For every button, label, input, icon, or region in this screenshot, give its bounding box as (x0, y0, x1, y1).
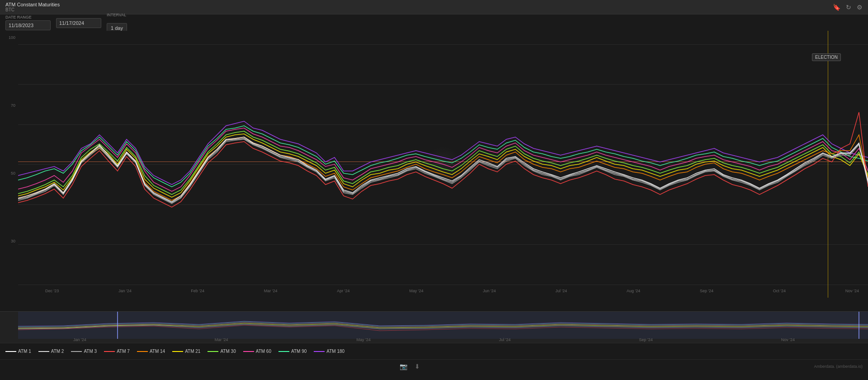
legend-line-atm30 (208, 351, 218, 352)
minimap-may24: May '24 (356, 337, 370, 342)
app-title: ATM Constant Maturities (5, 2, 60, 7)
legend-line-atm1 (5, 351, 16, 352)
start-date-input[interactable] (5, 20, 51, 30)
x-label-sep24: Sep '24 (700, 289, 713, 293)
legend-line-atm7 (104, 351, 115, 352)
x-label-mar24: Mar '24 (264, 289, 278, 293)
minimap-x-labels: Jan '24 Mar '24 May '24 Jul '24 Sep '24 … (0, 337, 868, 342)
app-subtitle: BTC (5, 7, 60, 12)
title-bar-left: ATM Constant Maturities BTC (5, 2, 60, 12)
x-label-jul24: Jul '24 (556, 289, 567, 293)
minimap-svg (18, 312, 868, 339)
atm-21-line (18, 134, 868, 197)
bookmark-icon[interactable]: 🔖 (833, 4, 840, 11)
legend-atm180[interactable]: ATM 180 (314, 349, 344, 354)
legend-label-atm21: ATM 21 (185, 349, 200, 354)
footer-icons: 📷 ⬇ (400, 363, 420, 370)
atm-3-line (18, 139, 868, 204)
x-label-nov24: Nov '24 (845, 289, 859, 293)
y-label-30: 30 (0, 239, 18, 243)
legend-atm60[interactable]: ATM 60 (243, 349, 271, 354)
footer: 📷 ⬇ Amberdata. (amberdata.io) (0, 359, 868, 373)
minimap-jan24: Jan '24 (73, 337, 86, 342)
chart-svg (18, 31, 868, 298)
x-label-dec23: Dec '23 (45, 289, 59, 293)
legend-line-atm90 (278, 351, 289, 352)
legend-label-atm2: ATM 2 (51, 349, 64, 354)
legend-label-atm1: ATM 1 (18, 349, 31, 354)
legend-atm30[interactable]: ATM 30 (208, 349, 236, 354)
title-bar-right: 🔖 ↻ ⚙ (833, 4, 863, 11)
legend-bar: ATM 1 ATM 2 ATM 3 ATM 7 ATM 14 ATM 21 AT… (0, 343, 868, 359)
minimap-jul24: Jul '24 (499, 337, 511, 342)
camera-icon[interactable]: 📷 (400, 363, 407, 370)
legend-label-atm90: ATM 90 (291, 349, 307, 354)
minimap-mar24: Mar '24 (215, 337, 228, 342)
legend-atm14[interactable]: ATM 14 (137, 349, 165, 354)
chart-area: ELECTION Dec '23 (18, 31, 868, 298)
legend-atm2[interactable]: ATM 2 (38, 349, 64, 354)
legend-line-atm60 (243, 351, 254, 352)
legend-atm1[interactable]: ATM 1 (5, 349, 31, 354)
controls-bar: Date Range Interval 1 day (0, 14, 868, 31)
interval-group: Interval 1 day (107, 13, 127, 33)
end-date-group (56, 17, 101, 28)
settings-icon[interactable]: ⚙ (857, 4, 863, 11)
legend-label-atm7: ATM 7 (117, 349, 130, 354)
x-axis: Dec '23 Jan '24 Feb '24 Mar '24 Apr '24 … (36, 284, 868, 298)
x-label-apr24: Apr '24 (337, 289, 349, 293)
title-bar: ATM Constant Maturities BTC 🔖 ↻ ⚙ (0, 0, 868, 14)
legend-label-atm3: ATM 3 (84, 349, 97, 354)
end-date-input[interactable] (56, 18, 101, 28)
main-chart: 100 70 50 30 ELECTION (0, 31, 868, 311)
minimap[interactable]: Jan '24 Mar '24 May '24 Jul '24 Sep '24 … (0, 311, 868, 343)
minimap-sep24: Sep '24 (639, 337, 652, 342)
y-axis: 100 70 50 30 (0, 31, 18, 311)
minimap-selection-rect (18, 312, 868, 339)
x-label-may24: May '24 (409, 289, 423, 293)
legend-atm7[interactable]: ATM 7 (104, 349, 130, 354)
x-label-oct24: Oct '24 (773, 289, 786, 293)
legend-line-atm14 (137, 351, 148, 352)
atm-180-line (18, 121, 868, 185)
legend-line-atm21 (172, 351, 183, 352)
legend-atm90[interactable]: ATM 90 (278, 349, 307, 354)
x-label-feb24: Feb '24 (191, 289, 204, 293)
legend-atm3[interactable]: ATM 3 (71, 349, 97, 354)
legend-atm21[interactable]: ATM 21 (172, 349, 200, 354)
x-label-jan24: Jan '24 (118, 289, 132, 293)
legend-label-atm180: ATM 180 (326, 349, 344, 354)
interval-label: Interval (107, 13, 127, 17)
date-range-group: Date Range (5, 15, 51, 30)
atm-2-line (18, 138, 868, 203)
atm-7-line (18, 112, 868, 207)
refresh-icon[interactable]: ↻ (846, 4, 851, 11)
download-icon[interactable]: ⬇ (415, 363, 420, 370)
legend-label-atm14: ATM 14 (150, 349, 165, 354)
attribution: Amberdata. (amberdata.io) (814, 364, 863, 369)
y-label-100: 100 (0, 35, 18, 40)
legend-line-atm2 (38, 351, 49, 352)
legend-line-atm3 (71, 351, 82, 352)
date-range-label: Date Range (5, 15, 51, 19)
legend-label-atm60: ATM 60 (256, 349, 271, 354)
x-label-jun24: Jun '24 (483, 289, 496, 293)
y-label-50: 50 (0, 171, 18, 176)
x-label-aug24: Aug '24 (627, 289, 640, 293)
minimap-nov24: Nov '24 (781, 337, 795, 342)
legend-label-atm30: ATM 30 (220, 349, 236, 354)
legend-line-atm180 (314, 351, 325, 352)
y-label-70: 70 (0, 103, 18, 108)
